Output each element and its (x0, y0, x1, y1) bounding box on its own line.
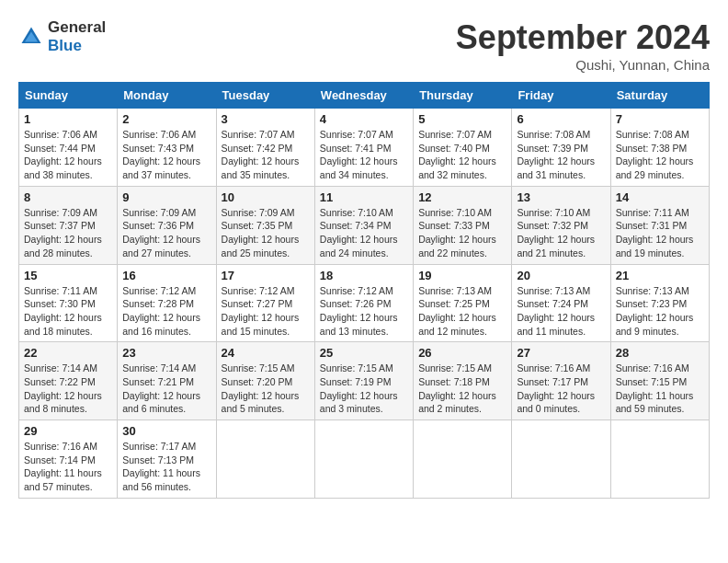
day-info: Sunrise: 7:10 AM Sunset: 7:32 PM Dayligh… (517, 206, 605, 260)
day-info: Sunrise: 7:11 AM Sunset: 7:31 PM Dayligh… (616, 206, 704, 260)
day-number: 12 (418, 190, 506, 204)
sunrise-text: Sunrise: 7:07 AM (222, 129, 295, 140)
calendar-week-row: 8 Sunrise: 7:09 AM Sunset: 7:37 PM Dayli… (19, 186, 710, 264)
table-row: 28 Sunrise: 7:16 AM Sunset: 7:15 PM Dayl… (610, 342, 709, 420)
day-number: 6 (517, 112, 605, 126)
sunrise-text: Sunrise: 7:12 AM (320, 285, 393, 296)
calendar-week-row: 29 Sunrise: 7:16 AM Sunset: 7:14 PM Dayl… (19, 420, 710, 499)
sunset-text: Sunset: 7:17 PM (517, 376, 588, 387)
sunrise-text: Sunrise: 7:17 AM (122, 441, 196, 452)
day-info: Sunrise: 7:16 AM Sunset: 7:15 PM Dayligh… (616, 362, 704, 416)
sunrise-text: Sunrise: 7:08 AM (616, 129, 689, 140)
table-row (314, 420, 413, 499)
day-number: 22 (24, 346, 112, 360)
day-info: Sunrise: 7:13 AM Sunset: 7:23 PM Dayligh… (616, 284, 704, 339)
daylight-text: Daylight: 12 hours and 22 minutes. (418, 234, 496, 259)
sunrise-text: Sunrise: 7:11 AM (24, 285, 97, 296)
daylight-text: Daylight: 12 hours and 19 minutes. (616, 234, 694, 259)
sunrise-text: Sunrise: 7:07 AM (418, 129, 492, 140)
sunset-text: Sunset: 7:35 PM (222, 220, 293, 231)
table-row: 22 Sunrise: 7:14 AM Sunset: 7:22 PM Dayl… (19, 342, 118, 420)
day-number: 1 (24, 112, 112, 126)
sunset-text: Sunset: 7:32 PM (517, 220, 588, 231)
table-row: 14 Sunrise: 7:11 AM Sunset: 7:31 PM Dayl… (610, 186, 709, 264)
daylight-text: Daylight: 12 hours and 21 minutes. (517, 234, 595, 259)
daylight-text: Daylight: 12 hours and 24 minutes. (320, 234, 398, 259)
day-info: Sunrise: 7:06 AM Sunset: 7:44 PM Dayligh… (24, 128, 112, 182)
sunrise-text: Sunrise: 7:13 AM (517, 285, 590, 296)
table-row: 17 Sunrise: 7:12 AM Sunset: 7:27 PM Dayl… (216, 264, 314, 342)
table-row: 6 Sunrise: 7:08 AM Sunset: 7:39 PM Dayli… (512, 109, 610, 187)
table-row: 10 Sunrise: 7:09 AM Sunset: 7:35 PM Dayl… (216, 186, 314, 264)
calendar-week-row: 1 Sunrise: 7:06 AM Sunset: 7:44 PM Dayli… (19, 109, 710, 187)
daylight-text: Daylight: 12 hours and 18 minutes. (24, 312, 102, 337)
sunrise-text: Sunrise: 7:09 AM (24, 207, 97, 218)
sunrise-text: Sunrise: 7:10 AM (517, 207, 590, 218)
table-row: 25 Sunrise: 7:15 AM Sunset: 7:19 PM Dayl… (314, 342, 413, 420)
daylight-text: Daylight: 12 hours and 13 minutes. (320, 312, 398, 337)
table-row: 20 Sunrise: 7:13 AM Sunset: 7:24 PM Dayl… (512, 264, 610, 342)
calendar-table: Sunday Monday Tuesday Wednesday Thursday… (18, 82, 710, 499)
col-thursday: Thursday (414, 83, 512, 109)
col-monday: Monday (118, 83, 216, 109)
day-info: Sunrise: 7:12 AM Sunset: 7:26 PM Dayligh… (320, 284, 408, 339)
day-info: Sunrise: 7:12 AM Sunset: 7:27 PM Dayligh… (222, 284, 310, 339)
daylight-text: Daylight: 12 hours and 9 minutes. (616, 312, 694, 337)
daylight-text: Daylight: 12 hours and 15 minutes. (222, 312, 300, 337)
daylight-text: Daylight: 12 hours and 16 minutes. (122, 312, 200, 337)
day-number: 25 (320, 346, 408, 360)
logo-general: General (48, 18, 106, 36)
sunset-text: Sunset: 7:42 PM (222, 143, 293, 154)
table-row: 15 Sunrise: 7:11 AM Sunset: 7:30 PM Dayl… (19, 264, 118, 342)
daylight-text: Daylight: 12 hours and 29 minutes. (616, 155, 694, 180)
day-number: 11 (320, 190, 408, 204)
calendar-header-row: Sunday Monday Tuesday Wednesday Thursday… (19, 83, 710, 109)
table-row: 11 Sunrise: 7:10 AM Sunset: 7:34 PM Dayl… (314, 186, 413, 264)
col-sunday: Sunday (19, 83, 118, 109)
location: Qushi, Yunnan, China (456, 57, 710, 73)
sunset-text: Sunset: 7:28 PM (122, 298, 194, 309)
day-info: Sunrise: 7:07 AM Sunset: 7:40 PM Dayligh… (418, 128, 506, 182)
sunset-text: Sunset: 7:34 PM (320, 220, 392, 231)
daylight-text: Daylight: 12 hours and 32 minutes. (418, 155, 496, 180)
sunset-text: Sunset: 7:14 PM (24, 454, 96, 465)
daylight-text: Daylight: 12 hours and 27 minutes. (122, 234, 200, 259)
table-row: 29 Sunrise: 7:16 AM Sunset: 7:14 PM Dayl… (19, 420, 118, 499)
table-row: 7 Sunrise: 7:08 AM Sunset: 7:38 PM Dayli… (610, 109, 709, 187)
day-info: Sunrise: 7:15 AM Sunset: 7:20 PM Dayligh… (222, 362, 310, 416)
day-info: Sunrise: 7:08 AM Sunset: 7:38 PM Dayligh… (616, 128, 704, 182)
day-number: 16 (122, 269, 210, 282)
table-row: 12 Sunrise: 7:10 AM Sunset: 7:33 PM Dayl… (414, 186, 512, 264)
sunrise-text: Sunrise: 7:15 AM (222, 362, 295, 373)
sunrise-text: Sunrise: 7:09 AM (222, 207, 295, 218)
daylight-text: Daylight: 12 hours and 5 minutes. (222, 390, 300, 415)
col-friday: Friday (512, 83, 610, 109)
sunrise-text: Sunrise: 7:14 AM (24, 362, 97, 373)
title-area: September 2024 Qushi, Yunnan, China (456, 18, 710, 73)
logo-icon (18, 24, 44, 50)
sunset-text: Sunset: 7:20 PM (222, 376, 293, 387)
day-info: Sunrise: 7:07 AM Sunset: 7:42 PM Dayligh… (222, 128, 310, 182)
day-number: 19 (418, 269, 506, 282)
day-number: 30 (122, 424, 210, 438)
day-info: Sunrise: 7:15 AM Sunset: 7:19 PM Dayligh… (320, 362, 408, 416)
sunrise-text: Sunrise: 7:08 AM (517, 129, 590, 140)
daylight-text: Daylight: 12 hours and 38 minutes. (24, 155, 102, 180)
day-info: Sunrise: 7:16 AM Sunset: 7:17 PM Dayligh… (517, 362, 605, 416)
day-number: 15 (24, 269, 112, 282)
day-number: 10 (222, 190, 310, 204)
sunset-text: Sunset: 7:25 PM (418, 298, 490, 309)
daylight-text: Daylight: 12 hours and 12 minutes. (418, 312, 496, 337)
sunrise-text: Sunrise: 7:06 AM (24, 129, 97, 140)
table-row: 19 Sunrise: 7:13 AM Sunset: 7:25 PM Dayl… (414, 264, 512, 342)
day-number: 24 (222, 346, 310, 360)
table-row (610, 420, 709, 499)
sunrise-text: Sunrise: 7:16 AM (517, 362, 590, 373)
daylight-text: Daylight: 11 hours and 59 minutes. (616, 390, 694, 415)
daylight-text: Daylight: 12 hours and 11 minutes. (517, 312, 595, 337)
table-row: 1 Sunrise: 7:06 AM Sunset: 7:44 PM Dayli… (19, 109, 118, 187)
day-info: Sunrise: 7:14 AM Sunset: 7:22 PM Dayligh… (24, 362, 112, 416)
day-info: Sunrise: 7:07 AM Sunset: 7:41 PM Dayligh… (320, 128, 408, 182)
sunset-text: Sunset: 7:37 PM (24, 220, 96, 231)
day-info: Sunrise: 7:06 AM Sunset: 7:43 PM Dayligh… (122, 128, 210, 182)
